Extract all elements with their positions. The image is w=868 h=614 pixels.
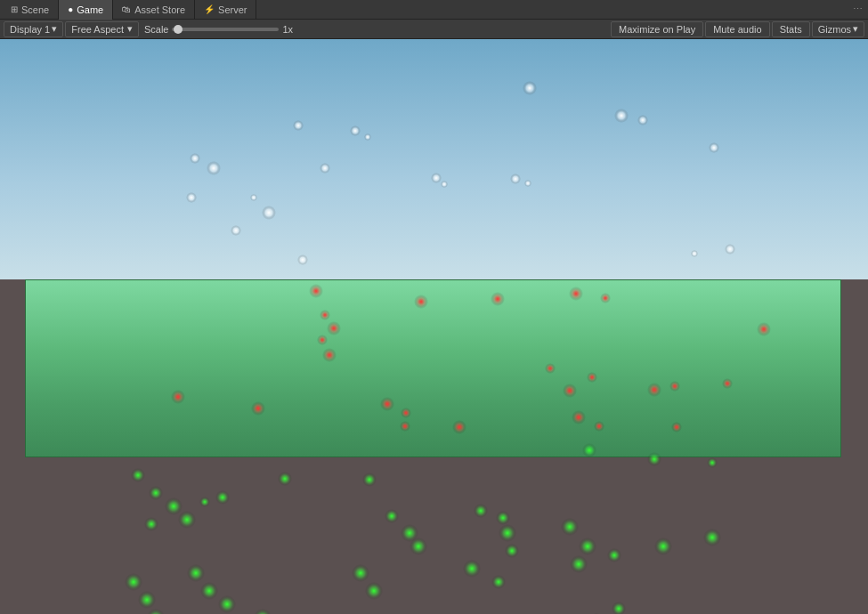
tab-bar: ⊞ Scene ● Game 🛍 Asset Store ⚡ Server ⋯	[0, 0, 868, 20]
display-label: Display 1	[10, 24, 50, 35]
scene-icon: ⊞	[11, 4, 18, 14]
tab-scene-label: Scene	[21, 4, 49, 15]
mute-audio-label: Mute audio	[713, 24, 761, 35]
stats-label: Stats	[780, 24, 802, 35]
gizmos-arrow-icon: ▾	[853, 23, 858, 35]
gizmos-selector[interactable]: Gizmos ▾	[812, 21, 864, 37]
scale-value: 1x	[282, 24, 293, 35]
tab-server-label: Server	[218, 4, 247, 15]
tab-maximize-icon[interactable]: ⋯	[853, 4, 868, 15]
game-icon: ●	[68, 4, 73, 14]
aspect-selector[interactable]: Free Aspect ▾	[65, 21, 139, 37]
tab-scene[interactable]: ⊞ Scene	[2, 0, 59, 20]
aspect-arrow-icon: ▾	[127, 23, 133, 35]
scale-slider[interactable]	[172, 28, 279, 31]
sky-background	[0, 39, 868, 279]
maximize-on-play-button[interactable]: Maximize on Play	[611, 21, 703, 37]
game-viewport	[0, 39, 868, 614]
display-arrow-icon: ▾	[52, 23, 57, 35]
field-panel	[25, 279, 841, 457]
maximize-on-play-label: Maximize on Play	[619, 24, 695, 35]
stats-button[interactable]: Stats	[772, 21, 810, 37]
scale-control: Scale 1x	[141, 24, 296, 35]
tab-game[interactable]: ● Game	[59, 0, 113, 20]
server-icon: ⚡	[204, 4, 215, 14]
tab-game-label: Game	[77, 4, 103, 15]
toolbar: Display 1 ▾ Free Aspect ▾ Scale 1x Maxim…	[0, 20, 868, 39]
gizmos-label: Gizmos	[818, 24, 851, 35]
display-selector[interactable]: Display 1 ▾	[4, 21, 63, 37]
tab-server[interactable]: ⚡ Server	[195, 0, 256, 20]
scale-text: Scale	[144, 24, 169, 35]
tab-asset-store[interactable]: 🛍 Asset Store	[113, 0, 195, 20]
aspect-label: Free Aspect	[71, 24, 124, 35]
mute-audio-button[interactable]: Mute audio	[705, 21, 769, 37]
scale-thumb[interactable]	[174, 25, 183, 34]
tab-asset-store-label: Asset Store	[134, 4, 185, 15]
asset-store-icon: 🛍	[122, 4, 131, 14]
